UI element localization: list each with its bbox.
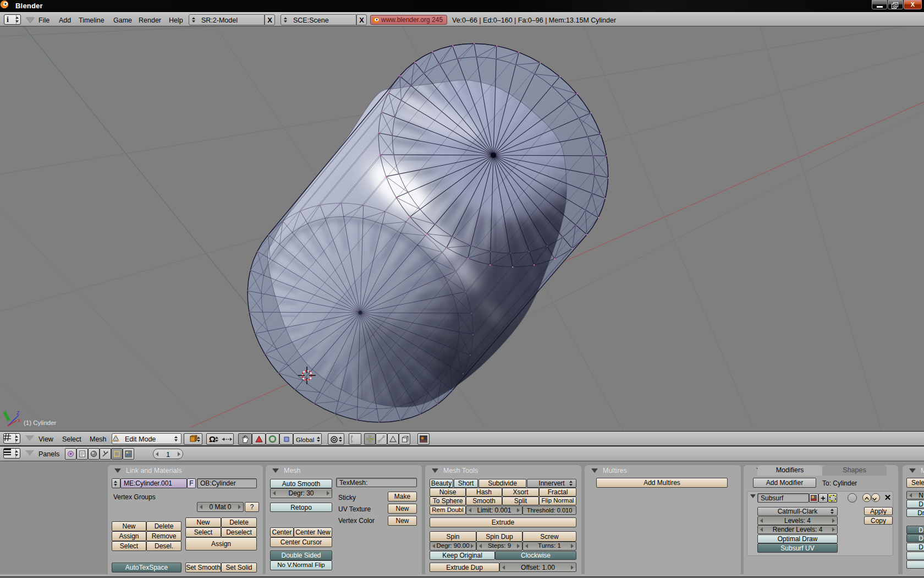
svg-text:z: z: [16, 409, 20, 416]
svg-text:x: x: [18, 417, 21, 423]
